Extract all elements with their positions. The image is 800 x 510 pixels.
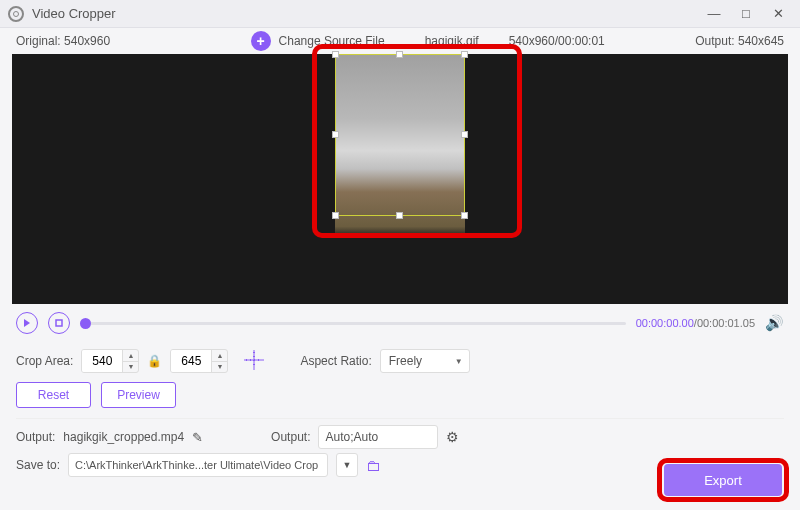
aspect-ratio-label: Aspect Ratio: xyxy=(300,354,371,368)
output-settings-icon[interactable]: ⚙ xyxy=(446,429,459,445)
output-file-label: Output: xyxy=(16,430,55,444)
open-folder-icon[interactable]: 🗀 xyxy=(366,457,381,474)
output-file-value: hagikgik_cropped.mp4 xyxy=(63,430,184,444)
volume-icon[interactable]: 🔊 xyxy=(765,314,784,332)
preview-canvas xyxy=(0,54,800,304)
crop-height-input[interactable] xyxy=(171,350,211,372)
edit-output-name-icon[interactable]: ✎ xyxy=(192,430,203,445)
divider xyxy=(16,418,784,419)
svg-rect-0 xyxy=(56,320,62,326)
original-value: 540x960 xyxy=(64,34,110,48)
close-button[interactable]: ✕ xyxy=(764,3,792,25)
source-dimensions-time: 540x960/00:00:01 xyxy=(509,34,605,48)
crop-width-stepper[interactable]: ▲▼ xyxy=(81,349,139,373)
crop-height-down[interactable]: ▼ xyxy=(212,362,227,373)
total-time: /00:00:01.05 xyxy=(694,317,755,329)
center-guide-icon[interactable] xyxy=(244,350,264,373)
app-title: Video Cropper xyxy=(32,6,700,21)
stop-button[interactable] xyxy=(48,312,70,334)
highlight-annotation-crop xyxy=(312,44,522,238)
output-format-label: Output: xyxy=(271,430,310,444)
crop-controls: Crop Area: ▲▼ 🔒 ▲▼ Aspect Ratio: Freely … xyxy=(0,340,800,412)
app-logo-icon xyxy=(8,6,24,22)
seek-handle[interactable] xyxy=(80,318,91,329)
crop-height-up[interactable]: ▲ xyxy=(212,350,227,362)
crop-width-input[interactable] xyxy=(82,350,122,372)
save-to-label: Save to: xyxy=(16,458,60,472)
title-bar: Video Cropper — □ ✕ xyxy=(0,0,800,28)
export-button[interactable]: Export xyxy=(664,464,782,496)
crop-height-stepper[interactable]: ▲▼ xyxy=(170,349,228,373)
aspect-ratio-select[interactable]: Freely xyxy=(380,349,470,373)
output-dim-value: 540x645 xyxy=(738,34,784,48)
minimize-button[interactable]: — xyxy=(700,3,728,25)
maximize-button[interactable]: □ xyxy=(732,3,760,25)
playback-bar: 00:00:00.00/00:00:01.05 🔊 xyxy=(0,304,800,340)
preview-button[interactable]: Preview xyxy=(101,382,176,408)
play-button[interactable] xyxy=(16,312,38,334)
seek-track[interactable] xyxy=(80,322,626,325)
output-format-value: Auto;Auto xyxy=(318,425,438,449)
lock-aspect-icon[interactable]: 🔒 xyxy=(147,354,162,368)
current-time: 00:00:00.00 xyxy=(636,317,694,329)
crop-width-down[interactable]: ▼ xyxy=(123,362,138,373)
original-label: Original: xyxy=(16,34,61,48)
save-path-dropdown[interactable]: ▼ xyxy=(336,453,358,477)
save-path-box: C:\ArkThinker\ArkThinke...ter Ultimate\V… xyxy=(68,453,328,477)
reset-button[interactable]: Reset xyxy=(16,382,91,408)
crop-width-up[interactable]: ▲ xyxy=(123,350,138,362)
crop-area-label: Crop Area: xyxy=(16,354,73,368)
video-preview-area[interactable] xyxy=(12,54,788,304)
add-source-button[interactable]: + xyxy=(251,31,271,51)
output-row: Output: hagikgik_cropped.mp4 ✎ Output: A… xyxy=(0,423,800,451)
output-dim-label: Output: xyxy=(695,34,734,48)
